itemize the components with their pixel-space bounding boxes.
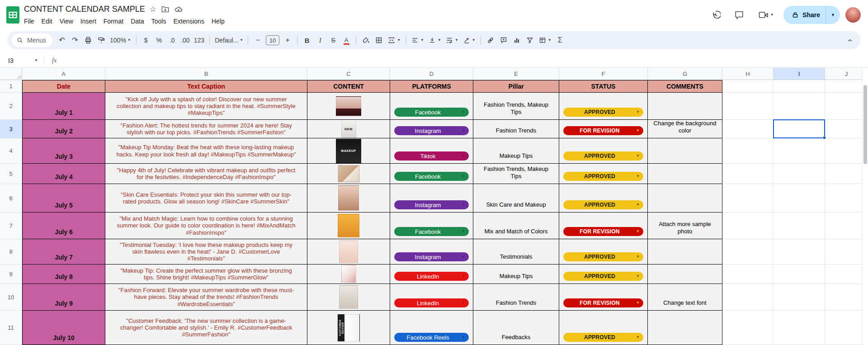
status-chip[interactable]: APPROVED▼ — [563, 108, 643, 117]
menu-edit[interactable]: Edit — [38, 17, 56, 26]
header-cell-text-caption[interactable]: Text Caption — [105, 80, 307, 93]
cell-status-11[interactable]: APPROVED▼ — [559, 311, 648, 345]
vertical-scrollbar[interactable] — [862, 68, 868, 345]
menu-file[interactable]: File — [20, 17, 38, 26]
fill-handle[interactable] — [823, 136, 826, 139]
share-button[interactable]: Share ▼ — [783, 6, 840, 24]
platform-chip[interactable]: Tiktok▼ — [394, 151, 469, 161]
cell-H4[interactable] — [722, 138, 774, 164]
cell-H10[interactable] — [722, 284, 774, 311]
vertical-align-button[interactable]: ▼ — [426, 34, 443, 47]
cell-platform-5[interactable]: Facebook▼ — [390, 164, 473, 184]
cell-caption-3[interactable]: "Fashion Alert: The hottest trends for s… — [105, 120, 307, 138]
status-chip[interactable]: APPROVED▼ — [563, 333, 643, 342]
cell-pillar-6[interactable]: Skin Care and Makeup — [473, 184, 559, 213]
menu-format[interactable]: Format — [100, 17, 127, 26]
cell-status-5[interactable]: APPROVED▼ — [559, 164, 648, 184]
increase-font-size-button[interactable]: + — [281, 34, 294, 47]
share-dropdown[interactable]: ▼ — [826, 6, 840, 24]
cell-content-8[interactable] — [307, 239, 390, 265]
row-header-9[interactable]: 9 — [0, 265, 22, 284]
cell-pillar-5[interactable]: Fashion Trends, Makeup Tips — [473, 164, 559, 184]
cell-date-3[interactable]: July 2 — [22, 120, 105, 138]
cell-caption-10[interactable]: "Fashion Forward: Elevate your summer wa… — [105, 284, 307, 311]
cell-H1[interactable] — [722, 80, 774, 93]
status-chip[interactable]: APPROVED▼ — [563, 172, 643, 181]
row-header-3[interactable]: 3 — [0, 120, 22, 138]
cell-caption-5[interactable]: "Happy 4th of July! Celebrate with vibra… — [105, 164, 307, 184]
menu-extensions[interactable]: Extensions — [170, 17, 208, 26]
cell-pillar-4[interactable]: Makeup Tips — [473, 138, 559, 164]
cell-H7[interactable] — [722, 213, 774, 239]
cell-platform-4[interactable]: Tiktok▼ — [390, 138, 473, 164]
cell-content-5[interactable] — [307, 164, 390, 184]
select-all-corner[interactable] — [0, 68, 22, 80]
header-cell-status[interactable]: STATUS — [559, 80, 648, 93]
undo-button[interactable]: ↶ — [56, 34, 68, 47]
column-header-I[interactable]: I — [774, 68, 825, 80]
cell-J4[interactable] — [825, 138, 868, 164]
cell-date-4[interactable]: July 3 — [22, 138, 105, 164]
cell-H3[interactable] — [722, 120, 774, 138]
platform-chip[interactable]: Facebook▼ — [394, 172, 469, 181]
header-cell-comments[interactable]: COMMENTS — [648, 80, 722, 93]
cell-caption-8[interactable]: "Testimonial Tuesday: 'I love how these … — [105, 239, 307, 265]
cell-caption-7[interactable]: "Mix and Match Magic: Learn how to combi… — [105, 213, 307, 239]
cell-platform-6[interactable]: Instagram▼ — [390, 184, 473, 213]
cell-date-8[interactable]: July 7 — [22, 239, 105, 265]
cell-content-4[interactable]: MAKEUP — [307, 138, 390, 164]
cell-comment-7[interactable]: Attach more sample photo — [648, 213, 722, 239]
functions-button[interactable]: Σ — [554, 34, 566, 47]
cell-comment-2[interactable] — [648, 93, 722, 120]
hide-toolbar-button[interactable] — [844, 34, 856, 47]
status-chip[interactable]: APPROVED▼ — [563, 151, 643, 161]
status-chip[interactable]: APPROVED▼ — [563, 252, 643, 261]
strikethrough-button[interactable]: S — [327, 34, 340, 47]
merge-cells-button[interactable]: ▼ — [386, 34, 402, 47]
platform-chip[interactable]: Instagram▼ — [394, 126, 469, 135]
menu-tools[interactable]: Tools — [148, 17, 170, 26]
cell-caption-9[interactable]: "Makeup Tip: Create the perfect summer g… — [105, 265, 307, 284]
column-header-E[interactable]: E — [473, 68, 559, 80]
cell-date-9[interactable]: July 8 — [22, 265, 105, 284]
cell-I8[interactable] — [774, 239, 825, 265]
cell-content-6[interactable] — [307, 184, 390, 213]
menus-search-button[interactable]: Menus — [12, 33, 52, 47]
cell-H6[interactable] — [722, 184, 774, 213]
insert-link-button[interactable] — [484, 34, 497, 47]
header-cell-pillar[interactable]: Pillar — [473, 80, 559, 93]
cell-content-9[interactable] — [307, 265, 390, 284]
content-thumbnail[interactable]: NEW — [341, 120, 356, 138]
cell-content-11[interactable]: CUSTOMER REVIEW — [307, 311, 390, 345]
version-history-icon[interactable] — [707, 6, 725, 24]
cell-comment-6[interactable] — [648, 184, 722, 213]
cell-status-3[interactable]: FOR REVISION▼ — [559, 120, 648, 138]
fill-color-button[interactable] — [359, 34, 372, 47]
column-header-C[interactable]: C — [307, 68, 390, 80]
text-rotation-button[interactable]: ▼ — [461, 34, 477, 47]
cell-pillar-2[interactable]: Fashion Trends, Makeup Tips — [473, 93, 559, 120]
row-header-5[interactable]: 5 — [0, 164, 22, 184]
column-header-J[interactable]: J — [825, 68, 868, 80]
row-header-1[interactable]: 1 — [0, 80, 22, 93]
cell-pillar-10[interactable]: Fashion Trends — [473, 284, 559, 311]
cell-J8[interactable] — [825, 239, 868, 265]
cell-J3[interactable] — [825, 120, 868, 138]
status-chip[interactable]: FOR REVISION▼ — [563, 227, 643, 236]
cell-platform-10[interactable]: LinkedIn▼ — [390, 284, 473, 311]
cell-comment-5[interactable] — [648, 164, 722, 184]
cell-platform-11[interactable]: Facebook Reels▼ — [390, 311, 473, 345]
column-header-F[interactable]: F — [559, 68, 648, 80]
formula-input[interactable] — [65, 53, 868, 67]
cell-date-2[interactable]: July 1 — [22, 93, 105, 120]
row-header-2[interactable]: 2 — [0, 93, 22, 120]
menu-help[interactable]: Help — [208, 17, 228, 26]
cell-date-11[interactable]: July 10 — [22, 311, 105, 345]
redo-button[interactable]: ↷ — [69, 34, 81, 47]
status-chip[interactable]: FOR REVISION▼ — [563, 126, 643, 135]
cell-status-2[interactable]: APPROVED▼ — [559, 93, 648, 120]
cell-status-6[interactable]: APPROVED▼ — [559, 184, 648, 213]
cell-comment-4[interactable] — [648, 138, 722, 164]
scrollbar-thumb[interactable] — [863, 85, 867, 164]
borders-button[interactable] — [373, 34, 385, 47]
